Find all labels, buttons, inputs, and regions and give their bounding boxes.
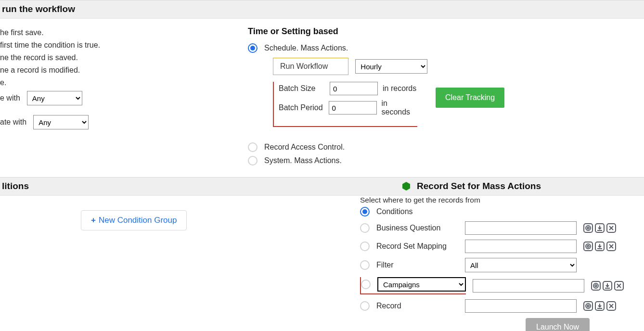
rs-filter-radio[interactable] <box>360 260 370 270</box>
rs-bq-radio[interactable] <box>360 223 370 233</box>
batch-size-unit: in records <box>383 84 416 93</box>
record-set-title: Record Set for Mass Actions <box>417 181 541 191</box>
any-select-1[interactable]: Any <box>27 91 82 105</box>
section-run-workflow-body: he first save. first time the condition … <box>0 19 644 177</box>
rs-campaigns-row: Campaigns <box>360 275 644 297</box>
svg-point-2 <box>586 244 591 249</box>
rs-record-set-mapping-row: Record Set Mapping <box>360 237 644 255</box>
frequency-select[interactable]: Hourly <box>355 59 427 74</box>
target-icon[interactable] <box>583 223 593 233</box>
schedule-mass-actions-row: Schedule. Mass Actions. <box>248 41 640 55</box>
target-icon[interactable] <box>583 301 593 311</box>
rs-campaigns-icons <box>591 281 624 291</box>
launch-now-button[interactable]: Launch Now <box>526 318 590 331</box>
time-setting-panel: Time or Setting based Schedule. Mass Act… <box>248 19 644 177</box>
rac-radio[interactable] <box>248 142 258 152</box>
target-icon[interactable] <box>591 281 601 291</box>
svg-point-1 <box>587 227 589 229</box>
svg-point-6 <box>586 304 591 308</box>
sma-label: System. Mass Actions. <box>264 156 342 165</box>
run-trigger-options: he first save. first time the condition … <box>0 19 248 177</box>
batch-period-unit: in seconds <box>382 99 418 116</box>
run-workflow-row: Run Workflow Hourly <box>273 58 640 75</box>
rs-record-icons <box>583 301 616 311</box>
any-select-2[interactable]: Any <box>33 115 89 129</box>
rs-filter-row: Filter All <box>360 255 644 275</box>
rs-campaigns-radio[interactable] <box>361 280 371 289</box>
svg-point-4 <box>593 283 598 288</box>
batch-highlight-box: Batch Size in records Batch Period in se… <box>273 82 417 127</box>
import-icon[interactable] <box>595 242 605 251</box>
target-icon[interactable] <box>583 242 593 251</box>
system-mass-actions-row: System. Mass Actions. <box>248 154 640 167</box>
conditions-title: litions <box>2 181 29 191</box>
import-icon[interactable] <box>595 223 605 233</box>
option-label: e with <box>0 94 20 102</box>
rs-conditions-row: Conditions <box>360 204 644 219</box>
batch-size-row: Batch Size in records <box>279 82 417 95</box>
time-setting-heading: Time or Setting based <box>248 26 640 37</box>
batch-period-label: Batch Period <box>279 103 324 112</box>
import-icon[interactable] <box>595 301 605 311</box>
rs-rsm-input[interactable] <box>465 240 577 253</box>
record-set-heading: Select where to get the records from <box>360 196 644 204</box>
batch-period-row: Batch Period in seconds <box>279 99 417 116</box>
section-run-workflow-header: run the workflow <box>0 0 644 19</box>
rs-business-question-row: Business Question <box>360 219 644 237</box>
record-access-control-row: Record Access Control. <box>248 140 640 154</box>
trigger-option: ne the record is saved. <box>0 51 244 64</box>
rs-rsm-label: Record Set Mapping <box>376 242 458 251</box>
trigger-option: he first save. <box>0 26 244 39</box>
option-label: ate with <box>0 118 26 127</box>
remove-icon[interactable] <box>606 242 616 251</box>
svg-point-7 <box>587 305 589 307</box>
plus-icon: + <box>91 216 96 225</box>
trigger-option: first time the condition is true. <box>0 39 244 51</box>
rac-label: Record Access Control. <box>264 143 345 152</box>
conditions-panel: +New Condition Group <box>0 196 360 315</box>
rs-campaigns-input[interactable] <box>473 279 584 293</box>
trigger-option: e. <box>0 76 244 89</box>
rs-filter-select[interactable]: All <box>465 258 577 272</box>
rs-bq-icons <box>583 223 616 233</box>
section-title: run the workflow <box>2 4 75 14</box>
rs-record-row: Record <box>360 297 644 315</box>
rs-conditions-radio[interactable] <box>360 207 370 216</box>
remove-icon[interactable] <box>606 223 616 233</box>
rs-filter-label: Filter <box>376 261 458 269</box>
rs-record-input[interactable] <box>465 299 577 313</box>
batch-period-input[interactable] <box>329 101 377 115</box>
svg-point-5 <box>595 285 597 287</box>
batch-settings: Batch Size in records Batch Period in se… <box>273 82 640 127</box>
svg-point-0 <box>586 226 591 230</box>
schedule-config: Run Workflow Hourly Batch Size in record… <box>273 55 640 132</box>
clear-tracking-button[interactable]: Clear Tracking <box>436 88 504 108</box>
batch-size-label: Batch Size <box>279 84 325 93</box>
rs-record-radio[interactable] <box>360 301 370 311</box>
rs-conditions-label: Conditions <box>376 207 458 216</box>
schedule-label: Schedule. Mass Actions. <box>264 44 348 52</box>
rs-bq-input[interactable] <box>465 221 577 235</box>
campaign-highlight-box: Campaigns <box>360 277 466 294</box>
hexagon-icon <box>402 182 410 191</box>
trigger-option-with-select: ate with Any <box>0 113 244 131</box>
rs-rsm-radio[interactable] <box>360 242 370 251</box>
section-conditions-header: litions Record Set for Mass Actions <box>0 177 644 196</box>
record-set-panel: Select where to get the records from Con… <box>360 196 644 315</box>
trigger-option-with-select: e with Any <box>0 89 244 107</box>
rs-bq-label: Business Question <box>376 224 458 232</box>
rs-campaigns-select[interactable]: Campaigns <box>377 277 466 292</box>
batch-size-input[interactable] <box>330 82 378 95</box>
section-conditions-body: +New Condition Group Select where to get… <box>0 196 644 315</box>
trigger-option: ne a record is modified. <box>0 64 244 76</box>
schedule-radio[interactable] <box>248 43 258 53</box>
launch-row: Launch Now <box>0 315 644 331</box>
import-icon[interactable] <box>603 281 612 291</box>
remove-icon[interactable] <box>614 281 624 291</box>
new-condition-group-button[interactable]: +New Condition Group <box>81 210 187 230</box>
run-workflow-button[interactable]: Run Workflow <box>273 58 348 75</box>
svg-point-3 <box>587 245 589 247</box>
sma-radio[interactable] <box>248 156 258 166</box>
remove-icon[interactable] <box>606 301 616 311</box>
rs-rsm-icons <box>583 242 616 251</box>
